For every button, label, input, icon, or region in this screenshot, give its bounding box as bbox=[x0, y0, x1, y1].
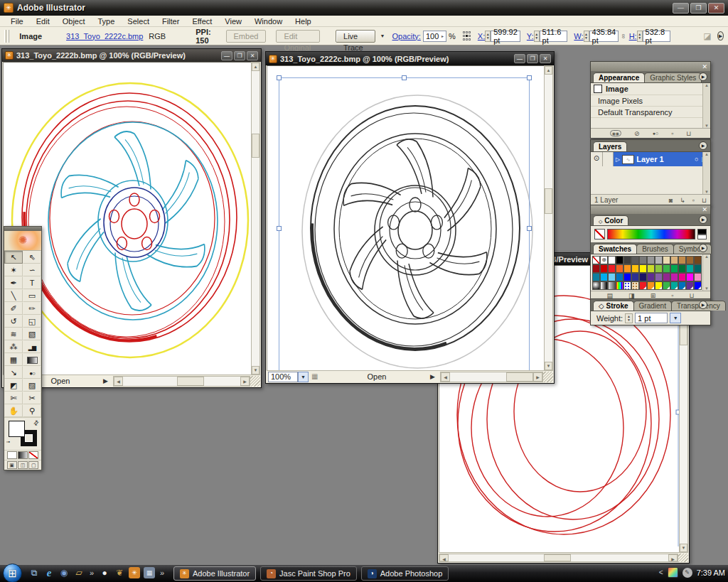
trash-icon[interactable]: ⊔ bbox=[702, 197, 707, 204]
swatch[interactable] bbox=[647, 256, 655, 264]
none-color-swatch[interactable] bbox=[594, 229, 605, 239]
magic-wand-tool[interactable]: ✶ bbox=[4, 264, 23, 276]
panel-group-header[interactable]: ✕ bbox=[591, 62, 710, 71]
duplicate-item-icon[interactable]: ●○ bbox=[653, 131, 658, 136]
app-titlebar[interactable]: ✳ Adobe Illustrator —❐✕ bbox=[0, 0, 728, 16]
swatch[interactable] bbox=[616, 264, 623, 273]
swatch[interactable] bbox=[616, 256, 623, 264]
controlbar-grip[interactable] bbox=[4, 30, 6, 43]
panel-menu-button[interactable]: ▶ bbox=[699, 301, 707, 309]
zoom-level-field[interactable]: 100% bbox=[268, 372, 298, 382]
swatch[interactable] bbox=[600, 281, 608, 290]
layer-visibility-eye-icon[interactable]: ⊙ bbox=[591, 152, 603, 166]
weight-dropdown-button[interactable]: ▼ bbox=[670, 313, 681, 323]
opacity-label[interactable]: Opacity: bbox=[392, 32, 421, 41]
layer-row[interactable]: ⊙ ▷ ∿ Layer 1 ○ ▣ bbox=[591, 152, 710, 166]
layer-thumbnail[interactable]: ∿ bbox=[622, 155, 634, 164]
page-curl-icon[interactable]: ▦ bbox=[311, 372, 321, 382]
swatch[interactable] bbox=[623, 273, 631, 281]
x-spinner[interactable]: ▲▼ bbox=[485, 31, 491, 42]
make-clipping-mask-icon[interactable]: ◙ bbox=[669, 197, 673, 204]
tab-color[interactable]: ◇ Color bbox=[593, 215, 628, 225]
gradient-button[interactable] bbox=[18, 451, 28, 459]
swatch[interactable] bbox=[663, 273, 670, 281]
doc-c-titlebar[interactable]: ✳ 313_Toyo_2222c.bmp @ 100% (RGB/Preview… bbox=[266, 52, 554, 65]
resize-grip[interactable] bbox=[543, 372, 553, 382]
swatch[interactable] bbox=[639, 281, 647, 290]
swatch[interactable] bbox=[639, 256, 647, 264]
layers-scrollbar[interactable]: ▲▼ bbox=[702, 152, 710, 194]
folder-icon[interactable]: ▱ bbox=[73, 567, 85, 578]
swatch[interactable] bbox=[670, 264, 678, 273]
direct-selection-tool[interactable]: ⇖ bbox=[23, 251, 41, 264]
menu-effect[interactable]: Effect bbox=[186, 16, 218, 26]
control-panel-menu-button[interactable]: ▶ bbox=[717, 31, 724, 41]
new-layer-icon[interactable]: ▫ bbox=[692, 197, 695, 204]
clock[interactable]: 7:39 AM bbox=[697, 568, 725, 577]
swatch[interactable] bbox=[631, 281, 639, 290]
swatch[interactable] bbox=[694, 281, 702, 290]
task-jasc-paint-shop-pro[interactable]: ◔Jasc Paint Shop Pro bbox=[260, 566, 357, 581]
swatch[interactable] bbox=[655, 281, 663, 290]
close-button[interactable]: ✕ bbox=[247, 51, 258, 60]
type-tool[interactable]: T bbox=[23, 276, 41, 289]
swatches-scrollbar[interactable]: ▲▼ bbox=[702, 254, 710, 291]
new-sublayer-icon[interactable]: ↳ bbox=[680, 197, 685, 204]
opacity-field[interactable]: 100▸ bbox=[423, 31, 446, 42]
doc-c-horizontal-scrollbar[interactable]: ◀ ▶ bbox=[440, 372, 543, 382]
swatch[interactable] bbox=[608, 256, 616, 264]
warp-tool[interactable]: ≋ bbox=[4, 328, 23, 340]
restore-button[interactable]: ❐ bbox=[690, 3, 707, 14]
close-button[interactable]: ✕ bbox=[708, 3, 724, 14]
weight-field[interactable]: 1 pt bbox=[635, 313, 668, 323]
live-paint-selection-tool[interactable]: ▨ bbox=[23, 379, 41, 392]
h-field[interactable]: 532.8 pt bbox=[643, 31, 671, 42]
paintbrush-tool[interactable]: ✐ bbox=[4, 302, 23, 315]
filename-link[interactable]: 313_Toyo_2222c.bmp bbox=[66, 32, 143, 41]
free-transform-tool[interactable]: ▧ bbox=[23, 328, 41, 340]
reference-point-selector[interactable] bbox=[463, 31, 471, 41]
symbol-sprayer-tool[interactable]: ⁂ bbox=[4, 340, 23, 353]
screen-mode-fullscreen-button[interactable]: ▢ bbox=[28, 461, 38, 469]
swatch[interactable] bbox=[623, 281, 631, 290]
swatch[interactable] bbox=[686, 273, 694, 281]
doc-b-horizontal-scrollbar[interactable]: ◀ ▶ bbox=[113, 376, 250, 387]
photoshop-quick-icon[interactable]: ▦ bbox=[144, 567, 155, 578]
eyedropper-tool[interactable]: ↘ bbox=[4, 366, 23, 379]
internet-explorer-icon[interactable]: e bbox=[43, 567, 55, 578]
fill-color-box[interactable] bbox=[9, 421, 25, 437]
swatch[interactable] bbox=[663, 256, 670, 264]
tab-appearance[interactable]: Appearance bbox=[593, 72, 645, 82]
menu-type[interactable]: Type bbox=[92, 16, 122, 26]
tab-graphic-styles[interactable]: Graphic Styles bbox=[644, 72, 702, 82]
x-label[interactable]: X: bbox=[478, 32, 485, 41]
swatch[interactable] bbox=[686, 256, 694, 264]
swatch[interactable] bbox=[678, 264, 686, 273]
color-spectrum-bar[interactable] bbox=[607, 229, 695, 239]
panel-menu-button[interactable]: ▶ bbox=[699, 215, 707, 224]
line-segment-tool[interactable]: ╲ bbox=[4, 289, 23, 302]
swatch[interactable] bbox=[623, 256, 631, 264]
trash-icon[interactable]: ⊔ bbox=[686, 130, 691, 137]
appearance-item[interactable]: Image bbox=[591, 83, 710, 95]
menu-select[interactable]: Select bbox=[121, 16, 156, 26]
task-adobe-illustrator[interactable]: ✳Adobe Illustrator bbox=[173, 566, 256, 581]
doc-partial-horizontal-scrollbar[interactable]: ◀ ▶ bbox=[439, 554, 678, 562]
swatch[interactable] bbox=[592, 264, 600, 273]
layer-expand-icon[interactable]: ▷ bbox=[616, 156, 620, 163]
doc-c-vertical-scrollbar[interactable]: ▲ ▼ bbox=[544, 65, 553, 371]
show-desktop-icon[interactable]: ⧉ bbox=[28, 567, 40, 578]
embed-button[interactable]: Embed bbox=[226, 30, 267, 43]
w-field[interactable]: 435.84 pt bbox=[589, 31, 619, 42]
pencil-tool[interactable]: ✏ bbox=[23, 302, 41, 315]
color-button[interactable] bbox=[7, 451, 17, 459]
tray-utility-icon[interactable]: ✎ bbox=[682, 568, 692, 578]
y-label[interactable]: Y: bbox=[527, 32, 534, 41]
menu-filter[interactable]: Filter bbox=[156, 16, 186, 26]
minimize-button[interactable]: — bbox=[514, 54, 525, 63]
chevron[interactable]: » bbox=[88, 567, 95, 578]
swatch[interactable] bbox=[616, 273, 623, 281]
swatch[interactable] bbox=[670, 281, 678, 290]
layer-target-icon[interactable]: ○ bbox=[695, 156, 698, 163]
blend-tool[interactable]: ●○ bbox=[23, 366, 41, 379]
